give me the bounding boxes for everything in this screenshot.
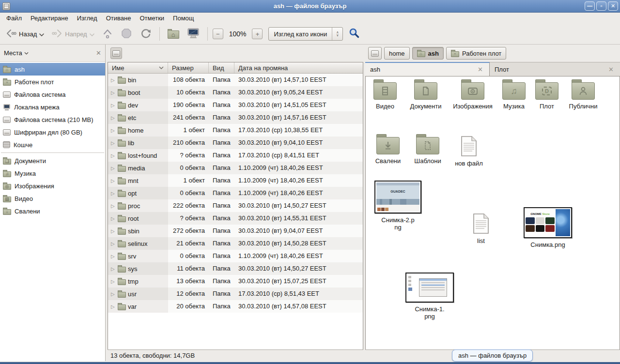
expander-icon[interactable]: ▷ <box>111 128 116 133</box>
tab-close-icon[interactable]: ✕ <box>476 66 484 73</box>
sidebar-item-network[interactable]: Локална мрежа <box>0 101 105 113</box>
table-row[interactable]: ▷dev190 обектаПапка30.03.2010 (вт) 14,51… <box>108 99 363 111</box>
column-type[interactable]: Вид <box>209 62 234 73</box>
sidebar-pane-selector[interactable]: Места <box>4 49 96 57</box>
file-list[interactable]: list <box>468 213 494 244</box>
table-row[interactable]: ▷etc241 обектаПапка30.03.2010 (вт) 14,57… <box>108 111 363 124</box>
menu-view[interactable]: Изглед <box>73 13 102 23</box>
minimize-button[interactable]: — <box>585 1 595 11</box>
expander-icon[interactable]: ▷ <box>111 266 116 272</box>
sidebar-item-documents[interactable]: ❏ Документи <box>0 154 105 167</box>
stop-button[interactable] <box>118 26 135 43</box>
expander-icon[interactable]: ▷ <box>111 291 116 297</box>
sidebar-item-home[interactable]: ⌂ ash <box>0 63 105 76</box>
expander-icon[interactable]: ▷ <box>111 203 116 209</box>
menu-help[interactable]: Помощ <box>169 13 198 23</box>
menu-edit[interactable]: Редактиране <box>26 13 73 23</box>
table-row[interactable]: ▷selinux21 обектаПапка30.03.2010 (вт) 14… <box>108 237 363 250</box>
expander-icon[interactable]: ▷ <box>111 166 116 171</box>
table-row[interactable]: ▷boot10 обектаПапка30.03.2010 (вт) 9,05,… <box>108 86 363 99</box>
expander-icon[interactable]: ▷ <box>111 140 116 146</box>
folder-public[interactable]: Публични <box>563 82 603 110</box>
forward-dropdown-icon[interactable] <box>90 30 94 38</box>
taskbar-window-chip[interactable]: ash — файлов браузър <box>452 349 533 362</box>
sidebar-item-music[interactable]: ♫ Музика <box>0 167 105 180</box>
reload-button[interactable] <box>137 26 155 43</box>
maximize-button[interactable]: ▫ <box>596 1 606 11</box>
menu-file[interactable]: Файл <box>2 13 26 23</box>
sidebar-close-icon[interactable]: ✕ <box>96 49 101 57</box>
table-row[interactable]: ▷tmp13 обектаПапка30.03.2010 (вт) 15,07,… <box>108 275 363 288</box>
back-dropdown-icon[interactable] <box>39 30 44 38</box>
folder-templates[interactable]: Шаблони <box>409 137 446 165</box>
table-row[interactable]: ▷lib210 обектаПапка30.03.2010 (вт) 9,04,… <box>108 136 363 149</box>
up-button[interactable] <box>99 26 116 43</box>
zoom-out-button[interactable]: − <box>213 29 223 39</box>
column-name[interactable]: Име <box>108 62 168 73</box>
expander-icon[interactable]: ▷ <box>111 304 116 309</box>
computer-button[interactable] <box>184 26 202 43</box>
view-mode-select[interactable]: Изглед като икони ∧∨ <box>268 27 343 41</box>
table-row[interactable]: ▷bin108 обектаПапка30.03.2010 (вт) 14,57… <box>108 74 363 86</box>
file-snimka-1-png[interactable]: Снимка-1.png <box>404 273 455 320</box>
path-root-button[interactable] <box>368 47 382 60</box>
table-row[interactable]: ▷media0 обектаПапка1.10.2009 (чт) 18,40,… <box>108 162 363 174</box>
sidebar-item-encrypted-80gb[interactable]: Шифриран дял (80 GB) <box>0 126 105 138</box>
table-row[interactable]: ▷lost+found? обектаПапка17.03.2010 (ср) … <box>108 149 363 162</box>
icon-view[interactable]: Видео Документи Изображения ♫ Музика <box>365 76 620 349</box>
tab-ash[interactable]: ash ✕ <box>365 62 490 76</box>
table-row[interactable]: ▷proc222 обектаПапка30.03.2010 (вт) 14,5… <box>108 199 363 212</box>
expander-icon[interactable]: ▷ <box>111 178 116 183</box>
home-button[interactable]: ⌂ <box>165 27 182 41</box>
sidebar-item-downloads[interactable]: ↓ Свалени <box>0 205 105 217</box>
expander-icon[interactable]: ▷ <box>111 153 116 158</box>
title-bar[interactable]: ash — файлов браузър — ▫ ✕ <box>0 0 620 13</box>
expander-icon[interactable]: ▷ <box>111 254 116 259</box>
expander-icon[interactable]: ▷ <box>111 191 116 196</box>
folder-music[interactable]: ♫ Музика <box>498 82 530 110</box>
root-location-button[interactable] <box>110 47 122 59</box>
table-row[interactable]: ▷usr12 обектаПапка17.03.2010 (ср) 8,51,4… <box>108 288 363 300</box>
folder-downloads[interactable]: Свалени <box>371 137 405 165</box>
expander-icon[interactable]: ▷ <box>111 115 116 121</box>
expander-icon[interactable]: ▷ <box>111 279 116 284</box>
sidebar-item-videos[interactable]: ▤ Видео <box>0 192 105 205</box>
back-button[interactable]: Назад <box>3 27 47 42</box>
table-row[interactable]: ▷mnt1 обектПапка1.10.2009 (чт) 18,40,26 … <box>108 174 363 187</box>
search-button[interactable] <box>345 25 363 43</box>
table-row[interactable]: ▷opt0 обектаПапка1.10.2009 (чт) 18,40,26… <box>108 187 363 199</box>
expander-icon[interactable]: ▷ <box>111 216 116 221</box>
sidebar-item-desktop[interactable]: ▫ Работен плот <box>0 76 105 88</box>
expander-icon[interactable]: ▷ <box>111 241 116 246</box>
sidebar-item-volume-210mb[interactable]: Файлова система (210 MB) <box>0 113 105 126</box>
sidebar-item-filesystem[interactable]: Файлова система <box>0 88 105 101</box>
sidebar-item-trash[interactable]: Кошче <box>0 138 105 151</box>
table-row[interactable]: ▷var20 обектаПапка30.03.2010 (вт) 14,57,… <box>108 300 363 313</box>
table-row[interactable]: ▷sys11 обектаПапка30.03.2010 (вт) 14,50,… <box>108 262 363 275</box>
tab-close-icon[interactable]: ✕ <box>607 66 615 73</box>
path-current-button[interactable]: ⌂ ash <box>412 47 444 60</box>
file-newfile[interactable]: нов файл <box>451 136 487 167</box>
folder-documents[interactable]: Документи <box>405 82 447 110</box>
sidebar-item-pictures[interactable]: ◎ Изображения <box>0 180 105 192</box>
zoom-in-button[interactable]: + <box>252 29 263 39</box>
tab-desktop[interactable]: Плот ✕ <box>490 62 620 76</box>
expander-icon[interactable]: ▷ <box>111 103 116 108</box>
close-button[interactable]: ✕ <box>608 1 618 11</box>
menu-bookmarks[interactable]: Отметки <box>135 13 169 23</box>
table-row[interactable]: ▷srv0 обектаПапка1.10.2009 (чт) 18,40,26… <box>108 250 363 262</box>
folder-videos[interactable]: Видео <box>369 82 402 110</box>
expander-icon[interactable]: ▷ <box>111 90 116 95</box>
file-snimka-2-png[interactable]: GUADEC Снимка-2.png <box>373 181 422 231</box>
path-desktop-button[interactable]: ▫ Работен плот <box>446 47 506 60</box>
table-row[interactable]: ▷home1 обектПапка17.03.2010 (ср) 10,38,5… <box>108 124 363 136</box>
table-row[interactable]: ▷sbin272 обектаПапка30.03.2010 (вт) 9,04… <box>108 225 363 237</box>
folder-desktop[interactable]: D Плот <box>532 82 561 110</box>
path-home-button[interactable]: home <box>384 47 410 60</box>
column-size[interactable]: Размер <box>168 62 209 73</box>
file-snimka-png[interactable]: GNOME Store Снимка.png <box>523 207 573 248</box>
column-date[interactable]: Дата на промяна <box>234 62 363 73</box>
forward-button[interactable]: Напред <box>49 27 97 42</box>
folder-images[interactable]: Изображения <box>453 82 493 110</box>
table-row[interactable]: ▷root? обектаПапка30.03.2010 (вт) 14,55,… <box>108 212 363 225</box>
